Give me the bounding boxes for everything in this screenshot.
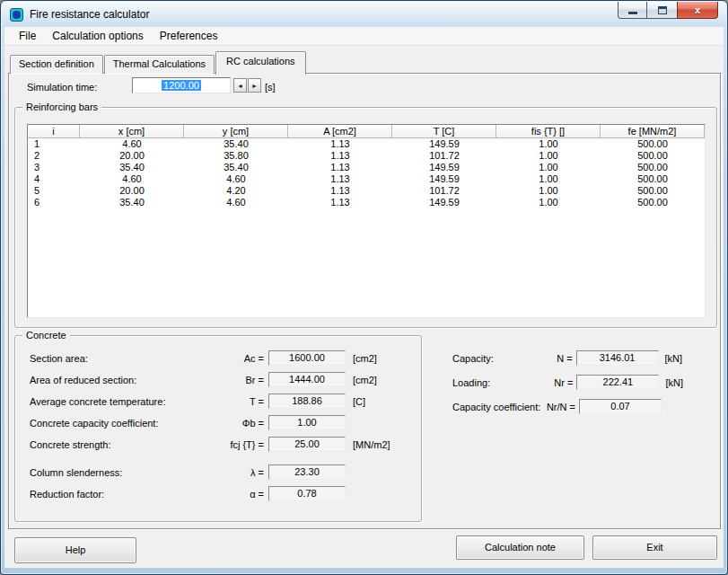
table-cell: 1.00: [496, 138, 601, 150]
maximize-button[interactable]: [647, 2, 677, 19]
field-symbol: T =: [220, 396, 268, 407]
calculation-note-button[interactable]: Calculation note: [456, 535, 584, 560]
field-unit: [kN]: [659, 353, 697, 364]
field-label: Average concrete temperature:: [30, 396, 220, 407]
tab-rc-calculations[interactable]: RC calculations: [215, 51, 305, 75]
simulation-time-label: Simulation time:: [27, 82, 97, 93]
field-symbol: N =: [557, 353, 575, 364]
result-field-row: Capacity coefficient:Nr/N =0.07: [452, 399, 697, 414]
app-icon: [10, 8, 23, 22]
table-row[interactable]: 220.0035.801.13101.721.00500.00: [28, 150, 705, 162]
column-header-4[interactable]: T [C]: [392, 125, 496, 138]
field-label: Reduction factor:: [30, 489, 220, 500]
reinforcing-bars-group-label: Reinforcing bars: [22, 102, 101, 112]
table-cell: 20.00: [80, 185, 184, 197]
menu-item-preferences[interactable]: Preferences: [152, 28, 226, 44]
table-row[interactable]: 14.6035.401.13149.591.00500.00: [28, 138, 705, 150]
table-cell: 5: [28, 185, 80, 197]
tab-section-definition[interactable]: Section definition: [10, 55, 103, 74]
field-label: Concrete strength:: [30, 439, 220, 450]
field-unit: [cm2]: [346, 375, 408, 385]
tab-thermal-calculations[interactable]: Thermal Calculations: [104, 55, 215, 74]
column-header-1[interactable]: x [cm]: [80, 125, 184, 138]
table-cell: 1.13: [288, 197, 392, 208]
table-cell: 35.40: [80, 197, 184, 208]
table-cell: 500.00: [601, 185, 705, 197]
window-title: Fire resistance calculator: [30, 8, 149, 21]
field-label: Capacity coefficient:: [452, 402, 547, 412]
close-icon: x: [695, 4, 700, 15]
table-header-row: ix [cm]y [cm]A [cm2]T [C]fis {T} []fe [M…: [28, 125, 705, 138]
table-cell: 1.00: [496, 150, 601, 162]
field-unit: [cm2]: [346, 353, 408, 364]
concrete-field-row: Concrete capacity coefficient:Φb =1.00: [30, 415, 408, 430]
concrete-field-row: Average concrete temperature:T =188.86[C…: [30, 394, 408, 409]
table-cell: 101.72: [392, 150, 496, 162]
table-cell: 500.00: [601, 197, 705, 208]
simulation-time-value: 1200.00: [162, 80, 201, 91]
table-cell: 101.72: [392, 185, 496, 197]
field-label: Column slenderness:: [30, 467, 220, 478]
table-cell: 2: [28, 150, 80, 162]
menu-item-calculation-options[interactable]: Calculation options: [44, 28, 151, 44]
concrete-fields: Section area:Ac =1600.00[cm2]Area of red…: [15, 350, 421, 501]
menu-item-file[interactable]: File: [11, 28, 44, 44]
field-symbol: fcj {T} =: [220, 439, 268, 450]
spin-left-button[interactable]: ◄: [233, 78, 247, 93]
column-header-5[interactable]: fis {T} []: [496, 125, 601, 138]
client-area: Section definitionThermal CalculationsRC…: [4, 46, 724, 568]
reinforcing-bars-table[interactable]: ix [cm]y [cm]A [cm2]T [C]fis {T} []fe [M…: [27, 124, 706, 318]
result-field-row: Capacity:N =3146.01[kN]: [452, 350, 697, 366]
result-field-row: Loading:Nr =222.41[kN]: [452, 375, 697, 390]
spin-right-button[interactable]: ►: [248, 78, 261, 93]
column-header-3[interactable]: A [cm2]: [288, 125, 392, 138]
table-cell: 1.00: [496, 185, 601, 197]
table-cell: 35.40: [80, 162, 184, 173]
field-unit: [kN]: [659, 377, 697, 388]
column-header-0[interactable]: i: [28, 125, 80, 138]
table-row[interactable]: 44.604.601.13149.591.00500.00: [28, 173, 705, 185]
concrete-field-row: Area of reduced section:Br =1444.00[cm2]: [30, 372, 408, 387]
app-window: Fire resistance calculator x FileCalcula…: [0, 0, 728, 575]
maximize-icon: [658, 6, 667, 14]
table-cell: 149.59: [392, 173, 496, 185]
table-cell: 1.13: [288, 150, 392, 162]
simulation-time-input[interactable]: 1200.00: [132, 77, 231, 93]
table-cell: 35.80: [184, 150, 288, 162]
table-cell: 149.59: [392, 162, 496, 173]
table-cell: 1: [28, 138, 80, 150]
field-unit: [C]: [346, 396, 408, 407]
menu-bar: FileCalculation optionsPreferences: [4, 27, 724, 46]
table-cell: 149.59: [392, 138, 496, 150]
field-symbol: λ =: [220, 467, 268, 478]
table-row[interactable]: 335.4035.401.13149.591.00500.00: [28, 162, 705, 173]
table-cell: 1.13: [288, 162, 392, 173]
field-symbol: α =: [220, 489, 268, 500]
concrete-field-row: Reduction factor:α =0.78: [30, 486, 408, 501]
table-cell: 4.60: [80, 173, 184, 185]
tab-strip: Section definitionThermal CalculationsRC…: [10, 50, 307, 74]
simulation-time-stepper: ◄ ►: [233, 78, 262, 93]
table-cell: 1.13: [288, 185, 392, 197]
field-value-box: 3146.01: [576, 350, 659, 366]
table-cell: 20.00: [80, 150, 184, 162]
table-cell: 4.60: [184, 173, 288, 185]
minimize-button[interactable]: [618, 2, 647, 19]
table-row[interactable]: 520.004.201.13101.721.00500.00: [28, 185, 705, 197]
close-button[interactable]: x: [677, 2, 718, 19]
table-cell: 1.00: [496, 162, 601, 173]
table-cell: 1.13: [288, 138, 392, 150]
field-value-box: 23.30: [268, 464, 346, 480]
column-header-6[interactable]: fe [MN/m2]: [601, 125, 705, 138]
table-cell: 1.00: [496, 197, 601, 208]
table-row[interactable]: 635.404.601.13149.591.00500.00: [28, 197, 705, 208]
field-value-box: 0.07: [579, 399, 662, 414]
field-symbol: Φb =: [220, 418, 268, 429]
title-bar: Fire resistance calculator x: [2, 2, 726, 27]
table-cell: 4.20: [184, 185, 288, 197]
field-label: Loading:: [452, 377, 554, 388]
exit-button[interactable]: Exit: [592, 535, 717, 560]
help-button[interactable]: Help: [14, 537, 136, 563]
column-header-2[interactable]: y [cm]: [184, 125, 288, 138]
concrete-field-row: Concrete strength:fcj {T} =25.00[MN/m2]: [30, 437, 408, 452]
